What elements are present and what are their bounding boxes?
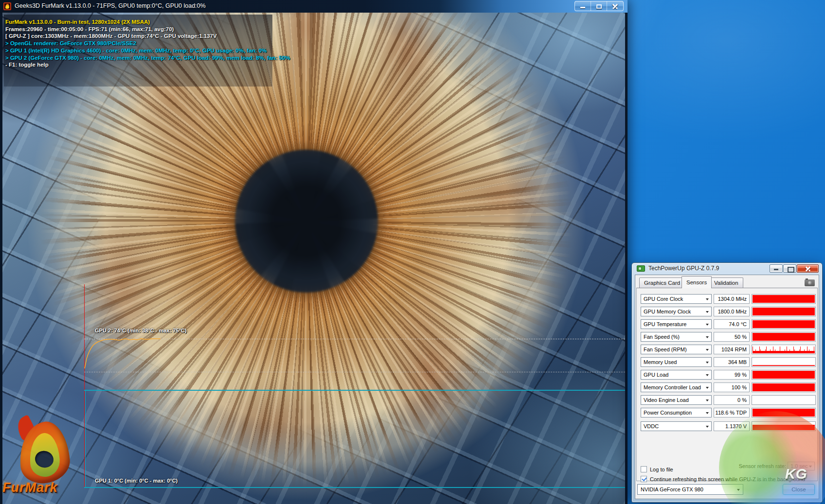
overlay-gpu2-line: > GPU 2 (GeForce GTX 980) - core: 0MHz, … bbox=[5, 54, 290, 62]
chevron-down-icon bbox=[706, 311, 709, 313]
sensor-value: 50 % bbox=[714, 332, 750, 342]
sensor-row: GPU Load99 % bbox=[637, 370, 817, 380]
sensor-row: GPU Temperature74.0 °C bbox=[637, 319, 817, 329]
continue-refreshing-checkbox[interactable] bbox=[641, 476, 647, 482]
sensor-graph bbox=[752, 345, 816, 354]
tab-sensors[interactable]: Sensors bbox=[682, 276, 712, 288]
sensor-graph bbox=[752, 319, 816, 329]
sensor-graph bbox=[752, 395, 816, 405]
sensor-name-dropdown[interactable]: Fan Speed (%) bbox=[641, 332, 712, 342]
sensor-refresh-rate-label: Sensor refresh rate: bbox=[739, 463, 786, 469]
sensor-label: Video Engine Load bbox=[644, 397, 689, 403]
sensor-label: Fan Speed (RPM) bbox=[644, 347, 687, 352]
sensor-graph bbox=[752, 294, 816, 304]
minimize-button[interactable] bbox=[575, 1, 591, 11]
chevron-down-icon bbox=[706, 374, 709, 376]
chevron-down-icon bbox=[706, 400, 709, 401]
graph-divider-line bbox=[84, 390, 625, 391]
sensor-row: Power Consumption118.6 % TDP bbox=[637, 408, 817, 417]
sensor-name-dropdown[interactable]: Power Consumption bbox=[641, 408, 712, 417]
sensor-value: 1.1370 V bbox=[714, 421, 750, 431]
maximize-button[interactable] bbox=[783, 264, 796, 273]
sensor-name-dropdown[interactable]: Memory Used bbox=[641, 357, 712, 367]
sensor-refresh-rate-dropdown[interactable]: 1.0 sec bbox=[788, 462, 815, 470]
sensor-value: 1304.0 MHz bbox=[714, 294, 750, 304]
chevron-down-icon bbox=[706, 324, 709, 326]
overlay-gpu1-line: > GPU 1 (Intel(R) HD Graphics 4600) - co… bbox=[5, 47, 290, 54]
close-dialog-button[interactable]: Close bbox=[783, 484, 815, 495]
tab-validation[interactable]: Validation bbox=[709, 278, 743, 288]
sensor-row: Memory Used364 MB bbox=[637, 357, 817, 367]
log-to-file-label[interactable]: Log to file bbox=[650, 467, 673, 472]
maximize-icon bbox=[596, 4, 602, 9]
graph-left-axis bbox=[85, 390, 86, 487]
sensor-value: 100 % bbox=[714, 382, 750, 392]
sensor-label: Fan Speed (%) bbox=[644, 334, 680, 340]
gpu-selector-value: NVIDIA GeForce GTX 980 bbox=[641, 487, 703, 492]
furmark-app-icon bbox=[3, 2, 11, 10]
continue-refreshing-label[interactable]: Continue refreshing this screen while GP… bbox=[650, 476, 805, 482]
sensor-row: VDDC1.1370 V bbox=[637, 421, 817, 431]
sensor-label: GPU Temperature bbox=[644, 321, 686, 327]
sensor-graph bbox=[752, 332, 816, 342]
tab-strip-line bbox=[636, 288, 818, 288]
furmark-render-scene: FurMark v1.13.0.0 - Burn-in test, 1280x1… bbox=[2, 13, 625, 504]
furmark-window: Geeks3D FurMark v1.13.0.0 - 71FPS, GPU0 … bbox=[0, 0, 628, 504]
furmark-stats-overlay: FurMark v1.13.0.0 - Burn-in test, 1280x1… bbox=[5, 18, 290, 69]
chevron-down-icon bbox=[706, 349, 709, 351]
chevron-down-icon bbox=[706, 412, 709, 414]
gpu2-temperature-curve bbox=[83, 336, 170, 375]
sensor-name-dropdown[interactable]: GPU Memory Clock bbox=[641, 307, 712, 316]
gpuz-window-title: TechPowerUp GPU-Z 0.7.9 bbox=[648, 265, 719, 272]
sensor-label: GPU Memory Clock bbox=[644, 309, 691, 314]
tab-graphics-card[interactable]: Graphics Card bbox=[639, 278, 685, 288]
log-to-file-checkbox[interactable] bbox=[641, 466, 647, 472]
sensor-label: VDDC bbox=[644, 423, 659, 429]
furmark-titlebar[interactable]: Geeks3D FurMark v1.13.0.0 - 71FPS, GPU0 … bbox=[0, 0, 628, 13]
sensor-label: Power Consumption bbox=[644, 410, 692, 416]
gpu1-temp-label: GPU 1: 0°C (min: 0°C - max: 0°C) bbox=[95, 478, 178, 484]
sensor-name-dropdown[interactable]: GPU Core Clock bbox=[641, 294, 712, 304]
sensor-label: GPU Core Clock bbox=[644, 296, 683, 302]
sensor-label: GPU Load bbox=[644, 372, 668, 378]
gpuz-app-icon bbox=[637, 265, 645, 272]
sensor-name-dropdown[interactable]: Memory Controller Load bbox=[641, 382, 712, 392]
sensor-value: 99 % bbox=[714, 370, 750, 380]
gpu-selector-dropdown[interactable]: NVIDIA GeForce GTX 980 bbox=[637, 484, 743, 495]
sensor-graph bbox=[752, 382, 816, 392]
sensor-name-dropdown[interactable]: Video Engine Load bbox=[641, 395, 712, 405]
furmark-logo-text: FurMark bbox=[2, 480, 80, 495]
sensor-row: Memory Controller Load100 % bbox=[637, 382, 817, 392]
sensor-value: 118.6 % TDP bbox=[714, 408, 750, 417]
gpu2-temp-label: GPU 2: 74°C (min: 38°C - max: 75°C) bbox=[95, 328, 187, 333]
sensor-label: Memory Used bbox=[644, 359, 677, 365]
sensor-name-dropdown[interactable]: VDDC bbox=[641, 421, 712, 431]
sensor-graph bbox=[752, 421, 816, 431]
chevron-down-icon bbox=[706, 298, 709, 300]
sensor-name-dropdown[interactable]: GPU Load bbox=[641, 370, 712, 380]
screenshot-camera-icon[interactable] bbox=[805, 279, 815, 286]
maximize-button[interactable] bbox=[591, 1, 607, 11]
minimize-button[interactable] bbox=[770, 264, 783, 273]
sensor-graph bbox=[752, 408, 816, 417]
chevron-down-icon bbox=[706, 387, 709, 389]
overlay-renderer-line: > OpenGL renderer: GeForce GTX 980/PCIe/… bbox=[5, 40, 290, 47]
sensor-graph bbox=[752, 370, 816, 380]
close-button[interactable] bbox=[607, 1, 623, 11]
sensor-row: GPU Memory Clock1800.0 MHz bbox=[637, 307, 817, 316]
overlay-gpuz-line: [ GPU-Z ] core:1303MHz - mem:1800MHz - G… bbox=[5, 33, 290, 40]
gpuz-titlebar[interactable]: TechPowerUp GPU-Z 0.7.9 bbox=[632, 263, 822, 275]
sensor-label: Memory Controller Load bbox=[644, 384, 701, 390]
sensor-graph bbox=[752, 307, 816, 316]
overlay-test-line: FurMark v1.13.0.0 - Burn-in test, 1280x1… bbox=[5, 18, 290, 26]
sensor-value: 1024 RPM bbox=[714, 345, 750, 354]
sensor-name-dropdown[interactable]: Fan Speed (RPM) bbox=[641, 345, 712, 354]
sensor-value: 74.0 °C bbox=[714, 319, 750, 329]
close-button[interactable] bbox=[797, 264, 819, 273]
sensor-value: 1800.0 MHz bbox=[714, 307, 750, 316]
gpuz-window: TechPowerUp GPU-Z 0.7.9 Graphics Card Se… bbox=[631, 262, 823, 503]
chevron-down-icon bbox=[706, 362, 709, 364]
sensor-refresh-rate-value: 1.0 sec bbox=[790, 463, 807, 469]
sensor-name-dropdown[interactable]: GPU Temperature bbox=[641, 319, 712, 329]
overlay-frames-line: Frames:20960 - time:00:05:00 - FPS:71 (m… bbox=[5, 26, 290, 33]
